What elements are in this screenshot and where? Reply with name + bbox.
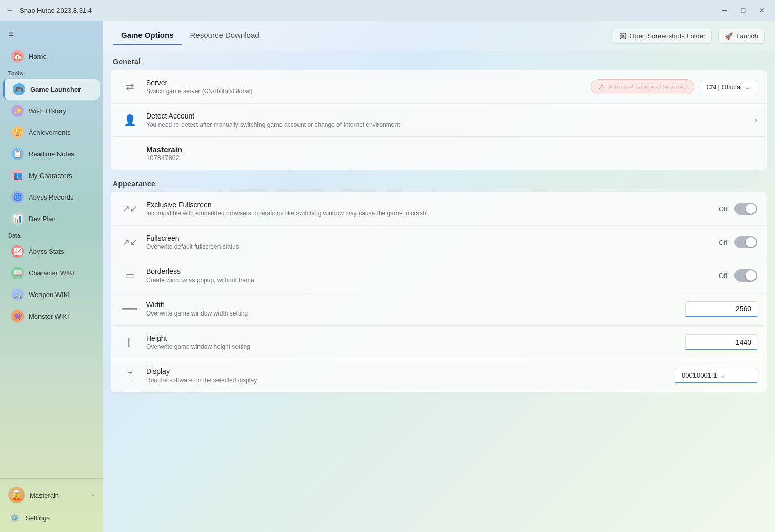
sidebar-item-label: Achievements [29, 129, 71, 136]
hamburger-button[interactable]: ≡ [0, 25, 103, 44]
borderless-row: ▭ Borderless Create window as popup, wit… [111, 259, 766, 292]
sidebar-item-abyss-stats[interactable]: 📈 Abyss Stats [3, 241, 100, 262]
toggle-knob [746, 270, 756, 281]
sidebar-item-dev-plan[interactable]: 📊 Dev Plan [3, 208, 100, 229]
width-title: Width [146, 301, 678, 309]
abyss-records-icon: 🌀 [11, 191, 24, 203]
fullscreen-action: Off [719, 236, 757, 248]
server-title: Server [146, 78, 584, 87]
width-desc: Overwrite game window width setting [146, 310, 678, 317]
account-info-row: Masterain 107847862 [111, 137, 766, 170]
sidebar-item-label: Abyss Records [29, 193, 73, 201]
display-action: 00010001:1 ⌄ [675, 368, 757, 383]
sidebar: ≡ 🏠 Home Tools 🎮 Game Launcher ✨ Wish Hi… [0, 21, 103, 532]
tab-resource-download[interactable]: Resource Download [182, 27, 268, 45]
sidebar-item-realtime-notes[interactable]: 📋 Realtime Notes [3, 144, 100, 164]
server-dropdown[interactable]: CN | Official ⌄ [700, 80, 757, 94]
detect-account-row[interactable]: 👤 Detect Account You need re-detect afte… [111, 104, 766, 137]
width-action [685, 301, 757, 317]
exclusive-fullscreen-title: Exclusive Fullscreen [146, 201, 711, 209]
app-body: ≡ 🏠 Home Tools 🎮 Game Launcher ✨ Wish Hi… [0, 21, 775, 532]
sidebar-item-weapon-wiki[interactable]: ⚔️ Weapon WIKI [3, 284, 100, 305]
back-button[interactable]: ← [6, 6, 14, 15]
server-text: Server Switch game server (CN/BiliBili/G… [146, 78, 584, 95]
warning-icon: ⚠ [599, 83, 605, 91]
open-screenshots-label: Open Screenshots Folder [629, 32, 705, 40]
sidebar-item-my-characters[interactable]: 👥 My Characters [3, 165, 100, 186]
tab-container: Game Options Resource Download [113, 27, 268, 45]
admin-label: Admin Privileges Required [608, 83, 687, 91]
sidebar-item-label: Home [29, 53, 47, 61]
sidebar-item-monster-wiki[interactable]: 👾 Monster WIKI [3, 306, 100, 326]
borderless-action: Off [719, 269, 757, 282]
server-desc: Switch game server (CN/BiliBili/Global) [146, 88, 584, 95]
fullscreen-toggle-label: Off [719, 239, 727, 246]
display-title: Display [146, 367, 668, 376]
user-chevron-icon: › [92, 491, 94, 499]
sidebar-item-character-wiki[interactable]: 📖 Character WIKI [3, 263, 100, 283]
detect-account-title: Detect Account [146, 112, 747, 120]
borderless-toggle[interactable] [734, 269, 757, 282]
app-title: Snap Hutao 2023.8.31.4 [19, 7, 92, 14]
my-characters-icon: 👥 [11, 169, 24, 182]
height-text: Height Overwrite game window height sett… [146, 334, 678, 350]
tab-game-options[interactable]: Game Options [113, 27, 182, 45]
detect-account-desc: You need re-detect after manually switch… [146, 121, 747, 128]
close-button[interactable]: ✕ [754, 3, 769, 17]
open-screenshots-button[interactable]: 🖼 Open Screenshots Folder [613, 29, 712, 44]
borderless-title: Borderless [146, 267, 711, 275]
toggle-knob [746, 204, 756, 214]
launch-icon: 🚀 [725, 32, 733, 40]
height-input[interactable] [685, 334, 757, 350]
maximize-button[interactable]: □ [736, 3, 750, 17]
appearance-section-header: Appearance [111, 173, 767, 192]
borderless-text: Borderless Create window as popup, witho… [146, 267, 711, 284]
appearance-card: ↗↙ Exclusive Fullscreen Incompatible wit… [111, 192, 767, 392]
general-card: ⇄ Server Switch game server (CN/BiliBili… [111, 70, 767, 170]
topbar-actions: 🖼 Open Screenshots Folder 🚀 Launch [613, 29, 765, 44]
width-input[interactable] [685, 301, 757, 317]
user-profile-button[interactable]: 🧝 Masterain › [3, 483, 100, 507]
account-text: Masterain 107847862 [146, 145, 757, 162]
settings-label: Settings [26, 514, 50, 522]
sidebar-item-achievements[interactable]: 🏆 Achievements [3, 122, 100, 143]
admin-privileges-badge[interactable]: ⚠ Admin Privileges Required [591, 79, 694, 94]
sidebar-item-wish-history[interactable]: ✨ Wish History [3, 101, 100, 121]
home-icon: 🏠 [11, 50, 24, 63]
exclusive-fullscreen-row: ↗↙ Exclusive Fullscreen Incompatible wit… [111, 192, 766, 226]
main-content: Game Options Resource Download 🖼 Open Sc… [103, 21, 775, 532]
sidebar-item-label: Abyss Stats [29, 248, 64, 255]
character-wiki-icon: 📖 [11, 267, 24, 279]
launch-button[interactable]: 🚀 Launch [718, 29, 765, 44]
sidebar-item-home[interactable]: 🏠 Home [3, 46, 100, 67]
height-desc: Overwrite game window height setting [146, 343, 678, 350]
server-icon: ⇄ [121, 77, 139, 96]
sidebar-item-label: Weapon WIKI [29, 291, 70, 299]
topbar: Game Options Resource Download 🖼 Open Sc… [103, 21, 775, 51]
display-select[interactable]: 00010001:1 ⌄ [675, 368, 757, 383]
sidebar-item-settings[interactable]: ⚙️ Settings [3, 507, 100, 528]
monster-wiki-icon: 👾 [11, 310, 24, 322]
fullscreen-toggle[interactable] [734, 236, 757, 248]
chevron-right-icon: › [754, 115, 757, 125]
width-text: Width Overwrite game window width settin… [146, 301, 678, 317]
sidebar-item-label: Wish History [29, 107, 66, 115]
detect-account-action: › [754, 115, 757, 125]
borderless-icon: ▭ [121, 266, 139, 285]
exclusive-fullscreen-action: Off [719, 203, 757, 215]
sidebar-item-label: Dev Plan [29, 215, 56, 223]
sidebar-item-label: Realtime Notes [29, 150, 74, 158]
folder-icon: 🖼 [620, 32, 626, 40]
sidebar-item-game-launcher[interactable]: 🎮 Game Launcher [3, 79, 100, 100]
chevron-down-icon: ⌄ [745, 83, 750, 91]
settings-icon: ⚙️ [8, 511, 21, 524]
width-row: ═══ Width Overwrite game window width se… [111, 292, 766, 326]
display-icon: 🖥 [121, 366, 139, 385]
game-launcher-icon: 🎮 [13, 83, 25, 95]
minimize-button[interactable]: ─ [718, 3, 732, 17]
chevron-down-icon: ⌄ [720, 371, 726, 379]
exclusive-fullscreen-desc: Incompatible with embedded browsers; ope… [146, 210, 711, 217]
window-controls: ─ □ ✕ [718, 3, 769, 17]
exclusive-fullscreen-toggle[interactable] [734, 203, 757, 215]
sidebar-item-abyss-records[interactable]: 🌀 Abyss Records [3, 187, 100, 207]
